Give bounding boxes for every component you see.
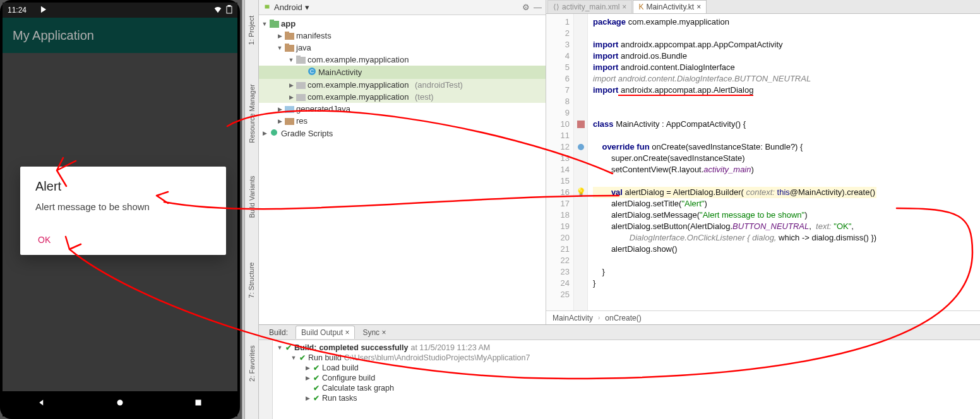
ide-area: Android ▾ ⚙ — ▼app ▶manifests ▼java ▼com… [259,0,980,419]
tree-pkg-test[interactable]: ▶com.example.myapplication (test) [259,91,546,103]
editor-tabs: ⟨⟩activity_main.xml× KMainActivity.kt× [546,0,980,14]
rail-project[interactable]: 1: Project [223,16,281,45]
package-icon [296,93,306,101]
svg-rect-8 [285,45,294,52]
battery-icon [226,5,232,16]
build-row-calc[interactable]: ✔Calculate task graph [277,383,976,393]
build-tool-window: Build: Build Output × Sync × ▼✔Build: co… [259,324,980,419]
editor-window: ⟨⟩activity_main.xml× KMainActivity.kt× 1… [546,0,980,324]
tab-activity-main-xml[interactable]: ⟨⟩activity_main.xml× [547,0,632,13]
tree-main-activity[interactable]: CMainActivity [259,66,546,79]
svg-point-2 [117,400,123,406]
crumb-b[interactable]: onCreate() [605,314,641,322]
build-row-run-tasks[interactable]: ▶✔Run tasks [277,393,976,403]
glyph-margin: 💡 [574,14,588,310]
build-row-run-build[interactable]: ▼✔Run build C:\Users\blum\AndroidStudioP… [277,353,976,363]
folder-icon [285,32,294,40]
svg-rect-11 [296,56,301,57]
alert-dialog: Alert Alert message to be shown OK [20,167,226,255]
tab-main-activity-kt[interactable]: KMainActivity.kt× [633,0,707,13]
build-row-configure[interactable]: ▶✔Configure build [277,373,976,383]
class-marker-icon[interactable] [574,119,587,130]
back-icon[interactable] [36,397,47,411]
svg-rect-17 [285,118,294,125]
device-frame: 11:24 My Application Alert Aler [0,0,240,419]
build-output-tab[interactable]: Build Output × [296,326,355,339]
tree-pkg-main[interactable]: ▼com.example.myapplication [259,54,546,66]
project-tool-window: Android ▾ ⚙ — ▼app ▶manifests ▼java ▼com… [259,0,546,324]
chevron-down-icon: ▾ [305,3,309,12]
package-icon [296,56,306,64]
project-header[interactable]: Android ▾ ⚙ — [259,0,546,15]
svg-rect-14 [296,82,306,89]
package-icon [296,81,306,89]
folder-icon [285,44,294,52]
tree-app[interactable]: ▼app [259,18,546,30]
line-number-gutter: 1234567891011121314151617181920212223242… [546,14,574,310]
tree-java[interactable]: ▼java [259,42,546,54]
code-editor[interactable]: 1234567891011121314151617181920212223242… [546,14,980,310]
tree-res[interactable]: ▶res [259,115,546,127]
svg-text:C: C [310,68,314,74]
tree-manifests[interactable]: ▶manifests [259,30,546,42]
dialog-title: Alert [35,179,211,194]
wifi-icon [213,5,222,16]
dialog-ok-button[interactable]: OK [35,230,53,250]
build-sync-tab[interactable]: Sync × [357,326,391,339]
tree-generated-java[interactable]: ▶generatedJava [259,103,546,115]
build-row-load[interactable]: ▶✔Load build [277,363,976,373]
collapse-icon[interactable]: — [534,3,542,12]
gear-icon[interactable]: ⚙ [522,3,530,12]
rail-structure[interactable]: 7: Structure [223,263,281,298]
xml-file-icon: ⟨⟩ [553,3,559,11]
breadcrumb[interactable]: MainActivity › onCreate() [546,310,980,324]
svg-rect-0 [227,6,232,13]
system-nav-bar [3,391,237,416]
status-bar: 11:24 [3,3,237,18]
svg-rect-3 [196,400,201,406]
close-icon[interactable]: × [345,328,349,337]
bulb-icon[interactable]: 💡 [574,187,587,198]
dialog-message: Alert message to be shown [35,201,211,212]
build-tabs: Build: Build Output × Sync × [259,325,980,340]
left-tool-rail: 1: Project Resource Manager Build Varian… [245,0,259,419]
recent-icon[interactable] [193,397,204,411]
build-label: Build: [264,326,293,339]
svg-rect-1 [228,5,230,6]
svg-rect-16 [285,106,294,113]
kotlin-class-icon: C [308,67,316,78]
close-icon[interactable]: × [381,328,386,337]
rail-favorites[interactable]: 2: Favorites [223,345,281,381]
rail-resource-manager[interactable]: Resource Manager [223,84,281,143]
android-icon [263,2,272,13]
close-icon[interactable]: × [622,3,626,11]
code-content[interactable]: package com.example.myapplication import… [588,14,876,310]
debug-icon [39,5,48,16]
folder-icon [285,117,294,125]
svg-rect-9 [285,44,289,45]
tree-pkg-androidtest[interactable]: ▶com.example.myapplication (androidTest) [259,79,546,91]
project-view-mode: Android [274,3,302,12]
home-icon[interactable] [114,397,126,411]
build-row-root[interactable]: ▼✔Build: completed successfully at 11/5/… [277,343,976,353]
svg-rect-19 [577,121,585,128]
emulator-panel: 11:24 My Application Alert Aler [0,0,242,419]
build-tree[interactable]: ▼✔Build: completed successfully at 11/5/… [273,340,980,419]
tree-gradle-scripts[interactable]: ▶Gradle Scripts [259,127,546,139]
svg-rect-10 [296,57,306,64]
kotlin-file-icon: K [638,3,643,11]
svg-rect-15 [296,94,306,101]
rail-build-variants[interactable]: Build Variants [223,175,281,218]
chevron-right-icon: › [598,314,600,321]
svg-point-20 [578,144,584,150]
status-time: 11:24 [8,6,27,15]
folder-icon [285,105,294,113]
crumb-a[interactable]: MainActivity [553,314,593,322]
override-marker-icon[interactable] [574,141,587,153]
close-icon[interactable]: × [696,3,701,11]
svg-rect-7 [285,32,289,33]
svg-rect-6 [285,33,294,40]
